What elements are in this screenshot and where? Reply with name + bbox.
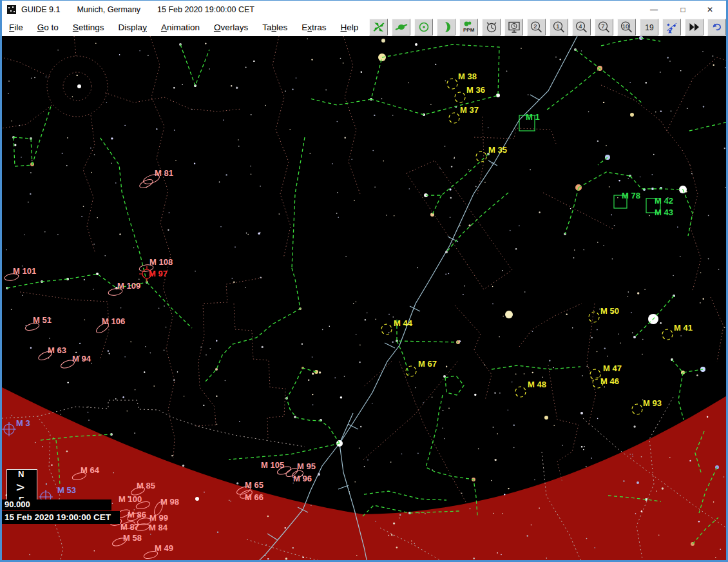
app-window: GUIDE 9.1 Munich, Germany 15 Feb 2020 19…	[0, 0, 728, 562]
messier-label: M 44	[394, 318, 413, 328]
messier-label: M 53	[57, 485, 76, 495]
messier-label: M 58	[123, 533, 142, 543]
status-datetime: 15 Feb 2020 19:00:00 CET	[2, 511, 120, 524]
menu-items: FileGo toSettingsDisplayAnimationOverlay…	[2, 23, 365, 32]
messier-label: M 51	[33, 315, 52, 325]
svg-text:PPM: PPM	[463, 27, 475, 33]
messier-M95[interactable]: M 95	[297, 461, 316, 471]
messier-label: M 46	[600, 376, 619, 386]
messier-label: M 38	[458, 72, 477, 81]
app-icon	[7, 5, 16, 14]
title-location: Munich, Germany	[77, 5, 140, 14]
scatter-measure-button[interactable]: x	[662, 19, 681, 35]
messier-M43[interactable]: M 43	[655, 208, 673, 217]
field-of-view-readout: 90.000	[2, 499, 111, 510]
messier-M66[interactable]: M 66	[245, 492, 263, 502]
messier-label: M 85	[137, 481, 155, 490]
menu-extras[interactable]: Extras	[302, 23, 326, 32]
messier-label: M 84	[149, 523, 168, 532]
svg-text:19: 19	[645, 23, 654, 32]
messier-label: M 37	[460, 105, 479, 115]
messier-label: M 108	[149, 257, 173, 267]
maximize-button[interactable]: □	[672, 1, 694, 18]
zoom-10-button[interactable]: 10	[617, 19, 636, 35]
undo-button[interactable]	[707, 19, 726, 35]
messier-label: M 65	[245, 480, 263, 490]
messier-label: M 105	[261, 460, 284, 470]
messier-label: M 42	[655, 196, 673, 206]
messier-label: M 97	[149, 269, 168, 278]
app-title: GUIDE 9.1	[21, 5, 60, 14]
messier-label: M 63	[48, 345, 66, 355]
messier-label: M 98	[160, 497, 179, 507]
messier-label: M 1	[526, 112, 540, 122]
mag-limit-19-button[interactable]: 19	[640, 19, 658, 35]
messier-label: M 41	[674, 323, 693, 333]
menu-tables[interactable]: Tables	[262, 23, 287, 32]
svg-text:2: 2	[533, 23, 537, 30]
messier-label: M 50	[600, 306, 619, 316]
title-bar: GUIDE 9.1 Munich, Germany 15 Feb 2020 19…	[2, 1, 726, 18]
messier-label: M 3	[16, 418, 30, 428]
messier-label: M 94	[72, 354, 91, 363]
messier-label: M 43	[655, 208, 673, 217]
zoom-1-button[interactable]: 1	[550, 19, 568, 35]
menu-overlays[interactable]: Overlays	[214, 23, 248, 32]
moon-button[interactable]	[437, 19, 455, 35]
messier-label: M 64	[81, 465, 100, 475]
messier-label: M 101	[13, 266, 36, 276]
svg-text:x: x	[669, 28, 671, 34]
menu-bar: FileGo toSettingsDisplayAnimationOverlay…	[2, 18, 726, 36]
fast-forward-button[interactable]	[685, 19, 704, 35]
zoom-4-button[interactable]: 4	[572, 19, 591, 35]
menu-display[interactable]: Display	[119, 23, 147, 32]
ppm-catalog-button[interactable]: PPM	[459, 19, 478, 35]
messier-label: M 96	[293, 474, 312, 483]
time-dialog-button[interactable]	[504, 19, 523, 35]
messier-label: M 48	[528, 380, 546, 389]
menu-animation[interactable]: Animation	[161, 23, 200, 32]
compass-arrow-icon: >	[16, 479, 24, 495]
menu-go-to[interactable]: Go to	[37, 23, 59, 32]
svg-text:4: 4	[579, 23, 582, 30]
messier-label: M 93	[643, 398, 662, 408]
menu-settings[interactable]: Settings	[73, 23, 104, 32]
zoom-7-button[interactable]: 7	[595, 19, 613, 35]
messier-label: M 106	[102, 316, 125, 326]
messier-label: M 66	[245, 492, 263, 502]
svg-text:10: 10	[622, 23, 629, 30]
messier-label: M 47	[603, 363, 622, 373]
planets-saturn-button[interactable]	[392, 19, 410, 35]
messier-label: M 100	[119, 494, 142, 504]
messier-label: M 95	[297, 461, 316, 471]
toolbar: PPM21471019x	[369, 19, 728, 35]
messier-label: M 81	[155, 168, 173, 178]
svg-text:7: 7	[601, 23, 604, 30]
messier-label: M 36	[466, 85, 485, 95]
clock-button[interactable]	[482, 19, 501, 35]
compass-north-label: N	[18, 469, 24, 479]
messier-label: M 78	[622, 191, 640, 200]
menu-help[interactable]: Help	[341, 23, 359, 32]
sun-button[interactable]	[414, 19, 433, 35]
menu-file[interactable]: File	[9, 23, 23, 32]
messier-label: M 109	[117, 281, 140, 291]
messier-label: M 87	[120, 522, 139, 532]
messier-M96[interactable]: M 96	[293, 474, 312, 483]
close-button[interactable]: ✕	[699, 1, 721, 18]
messier-label: M 99	[149, 513, 168, 523]
sky-chart-svg: M 38M 36M 37M 35M 1M 44M 67M 48M 50M 41M…	[2, 36, 726, 561]
star-pinwheel-button[interactable]	[369, 19, 388, 35]
messier-label: M 49	[155, 543, 173, 553]
minimize-button[interactable]: —	[643, 1, 665, 18]
messier-label: M 35	[488, 145, 507, 155]
title-datetime: 15 Feb 2020 19:00:00 CET	[157, 5, 254, 14]
svg-text:1: 1	[556, 23, 559, 30]
messier-label: M 67	[418, 359, 437, 369]
zoom-2-button[interactable]: 2	[527, 19, 546, 35]
sky-chart[interactable]: M 38M 36M 37M 35M 1M 44M 67M 48M 50M 41M…	[2, 36, 726, 561]
